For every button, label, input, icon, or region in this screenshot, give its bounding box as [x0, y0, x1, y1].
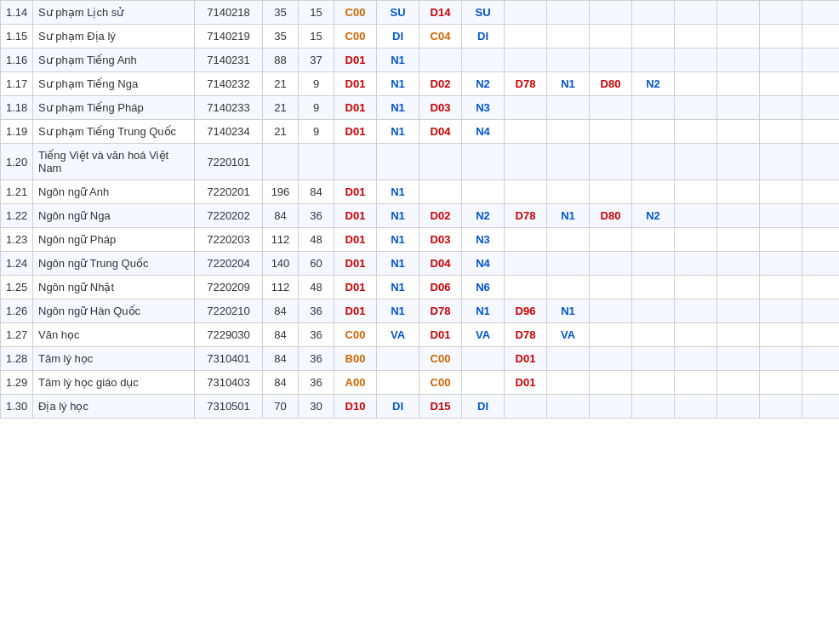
row-group-col-1: N1: [377, 120, 420, 144]
table-row: 1.15Sư phạm Địa lý71402193515C00DIC04DI: [1, 25, 840, 48]
table-row: 1.25Ngôn ngữ Nhật722020911248D01N1D06N6: [1, 276, 840, 299]
row-group-col-8: [675, 1, 717, 25]
row-group-col-11: [802, 323, 840, 347]
row-group-col-1: N1: [377, 299, 420, 323]
row-group-col-0: D01: [334, 96, 377, 120]
row-group-col-0: D01: [334, 180, 377, 204]
row-group-col-0: C00: [334, 25, 377, 48]
row-group-col-2: C00: [420, 347, 462, 371]
row-group-col-1: DI: [377, 25, 420, 48]
row-group-col-11: [802, 120, 840, 144]
row-index: 1.22: [1, 204, 33, 228]
row-group-col-10: [760, 96, 802, 120]
row-group-col-9: [717, 228, 760, 252]
row-n2: 9: [299, 120, 334, 144]
row-group-col-9: [717, 204, 760, 228]
row-group-col-7: [632, 1, 675, 25]
row-group-col-11: [802, 299, 840, 323]
row-group-col-10: [760, 72, 802, 96]
row-n2: 48: [299, 276, 334, 299]
row-group-col-4: [505, 144, 547, 180]
row-group-col-1: N1: [377, 276, 420, 299]
row-group-col-4: D78: [505, 72, 547, 96]
row-code: 7140232: [195, 72, 263, 96]
row-code: 7140234: [195, 120, 263, 144]
row-group-col-4: D01: [505, 347, 547, 371]
row-group-col-8: [675, 96, 717, 120]
row-code: 7140218: [195, 1, 263, 25]
row-group-col-9: [717, 299, 760, 323]
row-name: Sư phạm Tiếng Trung Quốc: [33, 120, 195, 144]
row-group-col-3: [462, 144, 505, 180]
row-group-col-5: [547, 371, 590, 395]
row-n2: 36: [299, 299, 334, 323]
row-index: 1.19: [1, 120, 33, 144]
row-group-col-5: [547, 144, 590, 180]
row-group-col-8: [675, 120, 717, 144]
row-group-col-8: [675, 144, 717, 180]
row-group-col-2: D02: [420, 204, 462, 228]
row-group-col-0: B00: [334, 347, 377, 371]
row-group-col-4: [505, 252, 547, 276]
row-group-col-11: [802, 395, 840, 419]
row-group-col-5: [547, 228, 590, 252]
row-group-col-1: VA: [377, 323, 420, 347]
row-group-col-5: [547, 276, 590, 299]
row-code: 7220201: [195, 180, 263, 204]
row-group-col-9: [717, 72, 760, 96]
row-index: 1.29: [1, 371, 33, 395]
row-name: Sư phạm Lịch sử: [33, 1, 195, 25]
row-index: 1.23: [1, 228, 33, 252]
row-group-col-6: [590, 347, 632, 371]
row-group-col-10: [760, 276, 802, 299]
row-index: 1.14: [1, 1, 33, 25]
row-group-col-7: [632, 25, 675, 48]
row-group-col-9: [717, 96, 760, 120]
row-group-col-1: N1: [377, 228, 420, 252]
row-group-col-7: [632, 48, 675, 72]
row-n2: 9: [299, 96, 334, 120]
row-n2: 37: [299, 48, 334, 72]
row-code: 7310501: [195, 395, 263, 419]
row-group-col-11: [802, 252, 840, 276]
row-n2: [299, 144, 334, 180]
row-group-col-1: N1: [377, 48, 420, 72]
row-group-col-9: [717, 144, 760, 180]
row-code: 7220209: [195, 276, 263, 299]
row-group-col-2: C04: [420, 25, 462, 48]
row-index: 1.20: [1, 144, 33, 180]
row-group-col-1: N1: [377, 96, 420, 120]
row-group-col-8: [675, 72, 717, 96]
row-group-col-6: [590, 1, 632, 25]
row-n2: 36: [299, 323, 334, 347]
row-code: 7229030: [195, 323, 263, 347]
row-name: Tâm lý học giáo dục: [33, 371, 195, 395]
row-group-col-7: [632, 371, 675, 395]
row-index: 1.27: [1, 323, 33, 347]
row-group-col-10: [760, 180, 802, 204]
row-group-col-6: D80: [590, 72, 632, 96]
row-group-col-11: [802, 96, 840, 120]
row-group-col-6: [590, 323, 632, 347]
row-code: 7220210: [195, 299, 263, 323]
row-group-col-6: [590, 252, 632, 276]
row-group-col-4: D01: [505, 371, 547, 395]
row-group-col-3: [462, 371, 505, 395]
row-n1: 112: [263, 276, 299, 299]
table-row: 1.20Tiếng Việt và văn hoá Việt Nam722010…: [1, 144, 840, 180]
row-group-col-0: D01: [334, 48, 377, 72]
row-group-col-0: D01: [334, 276, 377, 299]
row-n2: 15: [299, 1, 334, 25]
row-group-col-8: [675, 299, 717, 323]
row-group-col-11: [802, 144, 840, 180]
row-group-col-10: [760, 395, 802, 419]
row-group-col-10: [760, 204, 802, 228]
row-n2: 15: [299, 25, 334, 48]
row-group-col-2: [420, 180, 462, 204]
table-row: 1.29Tâm lý học giáo dục73104038436A00C00…: [1, 371, 840, 395]
row-group-col-3: N3: [462, 96, 505, 120]
row-group-col-1: SU: [377, 1, 420, 25]
row-group-col-0: A00: [334, 371, 377, 395]
table-row: 1.14Sư phạm Lịch sử71402183515C00SUD14SU: [1, 1, 840, 25]
row-group-col-0: D10: [334, 395, 377, 419]
